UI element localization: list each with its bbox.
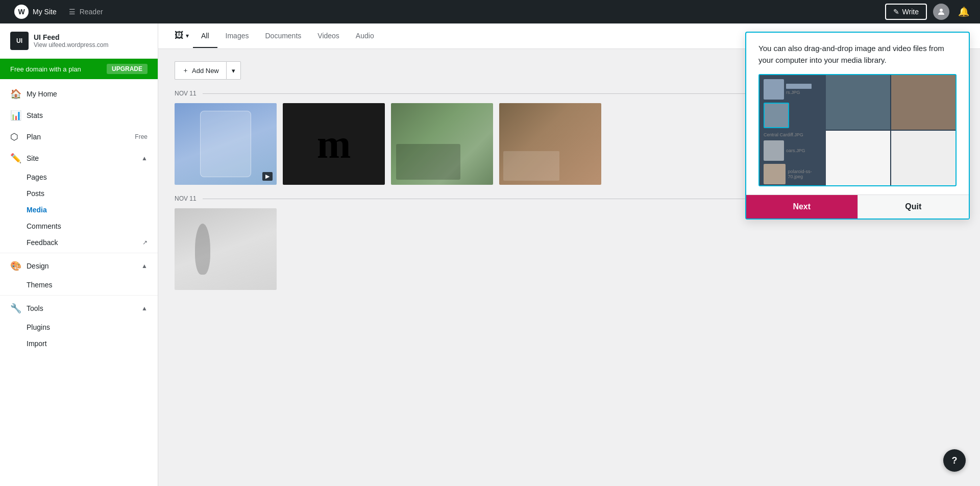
site-info-text: UI Feed View uifeed.wordpress.com [34,33,109,48]
comments-label: Comments [27,222,61,230]
add-new-label: Add New [192,67,219,75]
popover-image-right [826,75,955,185]
upgrade-banner[interactable]: Free domain with a plan UPGRADE [0,59,158,79]
img-thumb-row-1: rs.JPG [764,79,822,100]
topbar: W My Site ☰ Reader ✎ Write 🔔 [0,0,980,23]
pr-cell-3 [826,131,890,185]
sidebar: UI UI Feed View uifeed.wordpress.com Fre… [0,23,158,486]
design-label: Design [27,262,135,270]
sidebar-item-site[interactable]: ✏️ Site ▲ [0,148,158,169]
sidebar-item-stats[interactable]: 📊 Stats [0,105,158,126]
my-home-label: My Home [27,90,148,98]
sidebar-item-themes[interactable]: Themes [27,277,158,293]
popover-next-button[interactable]: Next [746,195,858,218]
site-subnav: Pages Posts Media Comments Feedback ↗ [0,169,158,251]
media-item-2[interactable]: m [283,103,385,185]
sidebar-item-posts[interactable]: Posts [27,185,158,202]
tab-documents[interactable]: Documents [257,25,309,48]
media-item-5[interactable] [175,208,277,290]
media-item-1[interactable]: ▶ [175,103,277,185]
plugins-label: Plugins [27,323,50,331]
posts-label: Posts [27,189,44,198]
tools-divider [0,295,158,296]
site-url: View uifeed.wordpress.com [34,41,109,48]
sidebar-item-import[interactable]: Import [27,335,158,352]
media-label: Media [27,206,47,214]
media-grid-2 [175,208,964,290]
site-icon: UI [10,32,29,50]
tools-label: Tools [27,304,135,312]
img-thumb-small-2 [764,103,789,128]
img-label-central-cardiff: Central Cardiff.JPG [764,132,822,137]
user-avatar[interactable] [933,4,949,20]
wordpress-logo: W [14,5,29,19]
my-site-button[interactable]: W My Site [8,1,63,23]
pages-label: Pages [27,173,47,181]
tab-images[interactable]: Images [217,25,257,48]
popover-actions: Next Quit [746,195,969,218]
pr-cell-4 [891,131,955,185]
add-new-button[interactable]: ＋ Add New [175,61,226,80]
plan-icon: ⬡ [10,131,20,142]
site-icon-text: UI [16,37,22,44]
home-icon: 🏠 [10,88,20,100]
svg-point-0 [940,9,943,12]
stats-label: Stats [27,111,148,119]
themes-label: Themes [27,281,53,289]
sidebar-item-comments[interactable]: Comments [27,218,158,234]
popover-image: rs.JPG Central Cardiff.JPG oars.JPG pola… [758,74,957,186]
site-name: UI Feed [34,33,109,41]
img-thumb-small-3 [764,140,784,161]
import-label: Import [27,339,47,348]
tools-icon: 🔧 [10,303,20,314]
sidebar-item-tools[interactable]: 🔧 Tools ▲ [0,298,158,319]
sidebar-item-pages[interactable]: Pages [27,169,158,185]
write-icon: ✎ [893,8,899,16]
feedback-label: Feedback [27,238,58,247]
sidebar-item-my-home[interactable]: 🏠 My Home [0,83,158,105]
stats-icon: 📊 [10,110,20,121]
add-new-chevron-icon: ▾ [232,67,235,75]
upgrade-button[interactable]: UPGRADE [107,64,148,74]
pr-cell-1 [826,75,890,130]
sidebar-item-feedback[interactable]: Feedback ↗ [27,234,158,251]
media-filter-icon[interactable]: 🖼 ▾ [170,24,193,48]
tab-all[interactable]: All [193,25,217,48]
popover-text: You can also drag-and-drop image and vid… [746,33,969,74]
help-button[interactable]: ? [943,449,966,472]
design-subnav: Themes [0,277,158,293]
media-item-3[interactable] [391,103,493,185]
popover-quit-button[interactable]: Quit [858,195,969,218]
img-label-1: rs.JPG [786,90,812,95]
tools-subnav: Plugins Import [0,319,158,352]
sidebar-nav: 🏠 My Home 📊 Stats ⬡ Plan Free ✏️ Site ▲ [0,79,158,356]
sidebar-item-plan[interactable]: ⬡ Plan Free [0,126,158,148]
write-label: Write [902,8,919,16]
media-item-4[interactable] [499,103,601,185]
sidebar-item-media[interactable]: Media [27,202,158,218]
img-thumb-row-4: polaroid-ss-70.jpeg [764,164,822,184]
tools-expand-icon: ▲ [141,305,148,312]
help-icon: ? [952,455,958,466]
add-new-dropdown-button[interactable]: ▾ [226,61,241,80]
site-nav-icon: ✏️ [10,153,20,164]
sidebar-site-info: UI UI Feed View uifeed.wordpress.com [0,23,158,59]
notifications-button[interactable]: 🔔 [955,4,972,20]
reader-icon: ☰ [69,8,76,16]
filter-image-icon: 🖼 [175,30,184,41]
write-button[interactable]: ✎ Write [885,4,927,20]
reader-button[interactable]: ☰ Reader [63,4,109,20]
sidebar-item-plugins[interactable]: Plugins [27,319,158,335]
tab-audio[interactable]: Audio [348,25,382,48]
tab-videos[interactable]: Videos [309,25,348,48]
img-thumb-row-2 [764,103,822,128]
topbar-left: W My Site ☰ Reader [8,1,109,23]
pr-cell-2 [891,75,955,130]
img-thumb-row-3: oars.JPG [764,140,822,161]
design-icon: 🎨 [10,260,20,272]
design-expand-icon: ▲ [141,262,148,270]
popover: You can also drag-and-drop image and vid… [745,32,970,220]
upgrade-text: Free domain with a plan [10,65,81,73]
sidebar-item-design[interactable]: 🎨 Design ▲ [0,255,158,277]
my-site-label: My Site [33,8,57,16]
